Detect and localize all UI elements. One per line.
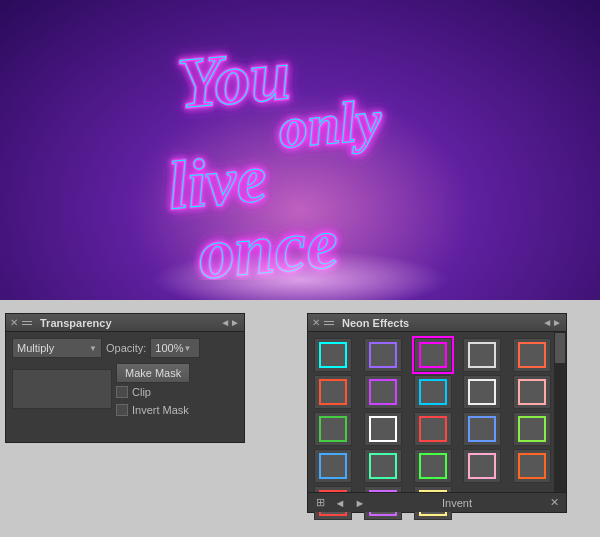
- panel-arrows[interactable]: ◄►: [220, 317, 240, 328]
- swatch-inner-6: [369, 379, 397, 405]
- neon-arrows[interactable]: ◄►: [542, 317, 562, 328]
- effect-swatch-5[interactable]: [314, 375, 352, 409]
- blend-row: Multiply ▼ Opacity: 100% ▼: [12, 338, 238, 358]
- neon-close-icon[interactable]: ✕: [312, 319, 320, 327]
- neon-collapse-icon[interactable]: [324, 316, 338, 330]
- neon-scrollbar[interactable]: [554, 332, 566, 492]
- effect-swatch-10[interactable]: [314, 412, 352, 446]
- effect-swatch-2[interactable]: [414, 338, 452, 372]
- opacity-arrow: ▼: [184, 344, 192, 353]
- invent-label: Invent: [442, 497, 472, 509]
- effect-swatch-11[interactable]: [364, 412, 402, 446]
- invert-label: Invert Mask: [132, 404, 189, 416]
- swatch-inner-19: [518, 453, 546, 479]
- clip-checkbox[interactable]: [116, 386, 128, 398]
- swatch-inner-5: [319, 379, 347, 405]
- effect-swatch-17[interactable]: [414, 449, 452, 483]
- opacity-label: Opacity:: [106, 342, 146, 354]
- swatch-inner-10: [319, 416, 347, 442]
- mask-controls: Make Mask Clip Invert Mask: [116, 363, 190, 419]
- neon-bottombar: ⊞ ◄ ► Invent ✕: [308, 492, 566, 512]
- bottom-next-icon[interactable]: ►: [352, 495, 368, 511]
- clip-label: Clip: [132, 386, 151, 398]
- opacity-value: 100% ▼: [150, 338, 200, 358]
- blend-mode-select[interactable]: Multiply ▼: [12, 338, 102, 358]
- effect-swatch-4[interactable]: [513, 338, 551, 372]
- blend-mode-arrow: ▼: [89, 344, 97, 353]
- mask-preview: [12, 369, 112, 409]
- bottom-trash-icon[interactable]: ✕: [546, 495, 562, 511]
- titlebar-left: ✕ Transparency: [10, 316, 112, 330]
- effect-swatch-16[interactable]: [364, 449, 402, 483]
- mask-row: Make Mask Clip Invert Mask: [12, 363, 238, 419]
- swatch-inner-13: [468, 416, 496, 442]
- swatch-inner-11: [369, 416, 397, 442]
- swatch-inner-16: [369, 453, 397, 479]
- neon-titlebar: ✕ Neon Effects ◄►: [308, 314, 566, 332]
- swatch-inner-12: [419, 416, 447, 442]
- neon-text-art: You You only only live live once once: [120, 20, 540, 280]
- swatch-inner-9: [518, 379, 546, 405]
- clip-row: Clip: [116, 386, 190, 398]
- transparency-content: Multiply ▼ Opacity: 100% ▼ Make Mask Cli…: [6, 332, 244, 430]
- panel-collapse-icon[interactable]: [22, 316, 36, 330]
- effect-swatch-14[interactable]: [513, 412, 551, 446]
- effect-swatch-15[interactable]: [314, 449, 352, 483]
- effect-swatch-8[interactable]: [463, 375, 501, 409]
- transparency-titlebar: ✕ Transparency ◄►: [6, 314, 244, 332]
- bottom-layers-icon[interactable]: ⊞: [312, 495, 328, 511]
- neon-title: Neon Effects: [342, 317, 409, 329]
- swatch-inner-2: [419, 342, 447, 368]
- scrollbar-thumb: [555, 333, 565, 363]
- transparency-panel: ✕ Transparency ◄► Multiply ▼ Opacity: 10…: [5, 313, 245, 443]
- make-mask-button[interactable]: Make Mask: [116, 363, 190, 383]
- swatch-inner-17: [419, 453, 447, 479]
- blend-mode-value: Multiply: [17, 342, 54, 354]
- neon-effects-panel: ✕ Neon Effects ◄► ⊞ ◄ ► Invent ✕: [307, 313, 567, 513]
- bottom-prev-icon[interactable]: ◄: [332, 495, 348, 511]
- effect-swatch-0[interactable]: [314, 338, 352, 372]
- effect-swatch-7[interactable]: [414, 375, 452, 409]
- swatch-inner-14: [518, 416, 546, 442]
- swatch-inner-8: [468, 379, 496, 405]
- effect-swatch-3[interactable]: [463, 338, 501, 372]
- svg-text:only: only: [276, 87, 385, 161]
- opacity-number: 100%: [155, 342, 183, 354]
- effect-swatch-6[interactable]: [364, 375, 402, 409]
- effect-swatch-18[interactable]: [463, 449, 501, 483]
- canvas-area: You You only only live live once once: [0, 0, 600, 300]
- effect-swatch-1[interactable]: [364, 338, 402, 372]
- swatch-inner-0: [319, 342, 347, 368]
- swatch-inner-3: [468, 342, 496, 368]
- swatch-inner-1: [369, 342, 397, 368]
- invert-checkbox[interactable]: [116, 404, 128, 416]
- transparency-title: Transparency: [40, 317, 112, 329]
- svg-text:You: You: [175, 34, 294, 123]
- swatch-inner-7: [419, 379, 447, 405]
- swatch-inner-4: [518, 342, 546, 368]
- glow-spot: [150, 250, 450, 300]
- effect-swatch-13[interactable]: [463, 412, 501, 446]
- effect-swatch-19[interactable]: [513, 449, 551, 483]
- swatch-inner-15: [319, 453, 347, 479]
- effect-swatch-12[interactable]: [414, 412, 452, 446]
- neon-titlebar-left: ✕ Neon Effects: [312, 316, 409, 330]
- panel-close-icon[interactable]: ✕: [10, 319, 18, 327]
- invert-row: Invert Mask: [116, 404, 190, 416]
- effect-swatch-9[interactable]: [513, 375, 551, 409]
- swatch-inner-18: [468, 453, 496, 479]
